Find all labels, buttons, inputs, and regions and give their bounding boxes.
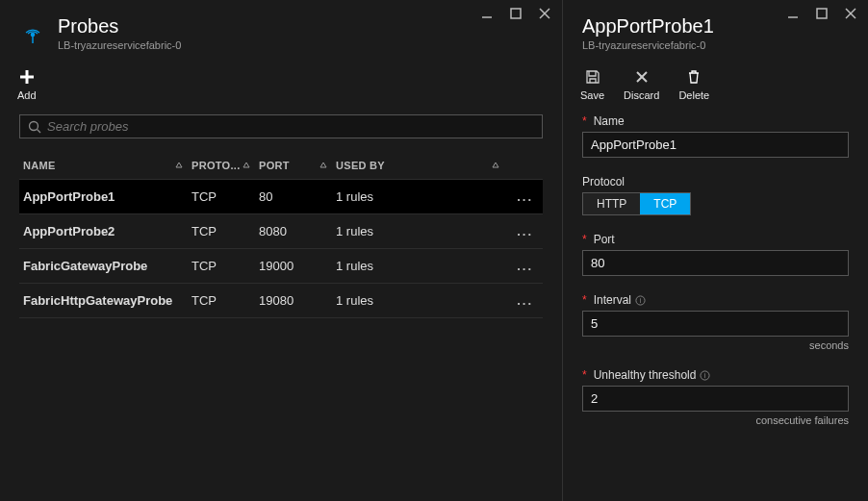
threshold-input[interactable] — [582, 386, 849, 412]
col-name[interactable]: NAME — [19, 152, 188, 180]
cell-protocol: TCP — [188, 249, 255, 284]
info-icon: i — [635, 295, 646, 306]
sort-up-icon — [174, 161, 184, 170]
detail-subtitle: LB-tryazureservicefabric-0 — [582, 39, 714, 51]
cell-name: FabricGatewayProbe — [19, 249, 188, 284]
protocol-tcp[interactable]: TCP — [640, 193, 690, 214]
toolbar-left: Add — [0, 61, 562, 114]
cell-port: 19080 — [255, 284, 332, 318]
cell-usedby: 1 rules — [332, 249, 504, 284]
svg-text:i: i — [704, 371, 706, 380]
col-port[interactable]: PORT — [255, 152, 332, 180]
interval-label: *Interval i — [582, 293, 849, 307]
row-context-menu[interactable]: ... — [504, 214, 543, 249]
cell-usedby: 1 rules — [332, 180, 504, 214]
interval-hint: seconds — [582, 339, 849, 351]
close-icon[interactable] — [537, 6, 552, 21]
col-usedby[interactable]: USED BY — [332, 152, 504, 180]
plus-icon — [18, 68, 36, 86]
sort-up-icon — [242, 161, 251, 170]
threshold-label: *Unhealthy threshold i — [582, 368, 849, 382]
row-context-menu[interactable]: ... — [504, 284, 543, 318]
protocol-label: Protocol — [582, 175, 849, 188]
discard-icon — [633, 68, 651, 86]
cell-name: AppPortProbe2 — [19, 214, 188, 249]
cell-port: 80 — [255, 180, 332, 214]
sort-up-icon — [319, 161, 328, 170]
cell-protocol: TCP — [188, 214, 255, 249]
maximize-icon[interactable] — [508, 6, 523, 21]
discard-button[interactable]: Discard — [624, 68, 659, 101]
cell-usedby: 1 rules — [332, 284, 504, 318]
svg-point-4 — [31, 33, 36, 38]
blade-title: Probes — [58, 15, 181, 38]
cell-port: 8080 — [255, 214, 332, 249]
name-label: *Name — [582, 114, 849, 128]
name-input[interactable] — [582, 132, 849, 158]
detail-panel: AppPortProbe1 LB-tryazureservicefabric-0… — [563, 0, 868, 501]
blade-subtitle: LB-tryazureservicefabric-0 — [58, 39, 181, 51]
probes-panel: Probes LB-tryazureservicefabric-0 Add NA… — [0, 0, 563, 501]
probes-icon — [19, 17, 46, 44]
svg-rect-11 — [817, 9, 827, 18]
delete-button[interactable]: Delete — [678, 68, 709, 101]
svg-point-8 — [30, 121, 38, 130]
cell-port: 19000 — [255, 249, 332, 284]
probes-table: NAME PROTO... PORT USED BY AppPortProbe1… — [19, 152, 543, 318]
delete-icon — [685, 68, 702, 86]
info-icon: i — [700, 370, 710, 381]
table-row[interactable]: AppPortProbe2TCP80801 rules... — [19, 214, 543, 249]
search-input[interactable] — [47, 119, 534, 134]
add-label: Add — [17, 89, 37, 101]
minimize-icon[interactable] — [479, 6, 495, 21]
cell-protocol: TCP — [188, 284, 255, 318]
protocol-http[interactable]: HTTP — [583, 193, 640, 214]
interval-input[interactable] — [582, 311, 849, 337]
table-row[interactable]: FabricHttpGatewayProbeTCP190801 rules... — [19, 284, 543, 318]
minimize-icon[interactable] — [785, 6, 801, 21]
window-controls-left — [479, 6, 552, 21]
toolbar-right: Save Discard Delete — [563, 61, 868, 114]
detail-title: AppPortProbe1 — [582, 15, 714, 38]
save-icon — [584, 68, 601, 86]
window-controls-right — [785, 6, 858, 21]
search-icon — [28, 120, 41, 134]
maximize-icon[interactable] — [814, 6, 830, 21]
threshold-hint: consecutive failures — [582, 414, 849, 426]
add-button[interactable]: Add — [17, 68, 37, 101]
table-row[interactable]: AppPortProbe1TCP801 rules... — [19, 180, 543, 214]
save-button[interactable]: Save — [580, 68, 604, 101]
close-icon[interactable] — [843, 6, 858, 21]
svg-text:i: i — [640, 296, 642, 305]
row-context-menu[interactable]: ... — [504, 249, 543, 284]
svg-rect-1 — [511, 9, 521, 18]
col-protocol[interactable]: PROTO... — [188, 152, 255, 180]
port-label: *Port — [582, 233, 849, 246]
protocol-toggle: HTTP TCP — [582, 192, 691, 215]
sort-up-icon — [491, 161, 500, 170]
search-box[interactable] — [19, 114, 543, 138]
cell-name: FabricHttpGatewayProbe — [19, 284, 188, 318]
blade-header-left: Probes LB-tryazureservicefabric-0 — [0, 0, 562, 61]
cell-usedby: 1 rules — [332, 214, 504, 249]
svg-line-9 — [38, 129, 41, 133]
port-input[interactable] — [582, 250, 849, 276]
row-context-menu[interactable]: ... — [504, 180, 543, 214]
table-row[interactable]: FabricGatewayProbeTCP190001 rules... — [19, 249, 543, 284]
cell-protocol: TCP — [188, 180, 255, 214]
cell-name: AppPortProbe1 — [19, 180, 188, 214]
